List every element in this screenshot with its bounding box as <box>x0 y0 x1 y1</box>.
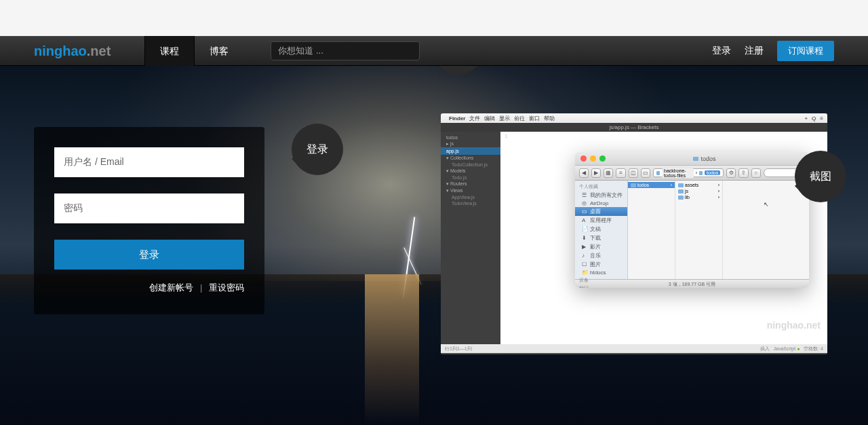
downloads-icon: ⬇ <box>582 235 588 241</box>
menubar-search-icon: Q <box>812 115 816 122</box>
reset-password-link[interactable]: 重设密码 <box>209 282 244 293</box>
apps-icon: A <box>582 217 588 223</box>
search-input[interactable]: 你想知道 ... <box>271 41 420 60</box>
folder-icon <box>699 171 703 175</box>
nav-courses[interactable]: 课程 <box>144 36 195 66</box>
movies-icon: ▶ <box>582 244 588 250</box>
nav-items: 课程 博客 <box>144 36 243 66</box>
fs-tag-head: 标记 <box>575 284 627 288</box>
nav-login[interactable]: 登录 <box>712 45 731 57</box>
bs-g2-head: ▾ Routers <box>441 181 500 187</box>
brackets-status: 行1列1—1列 插入 JavaScript ● 空格数: 4 <box>441 344 827 353</box>
folder-icon <box>678 189 684 193</box>
nav-blog[interactable]: 博客 <box>195 36 243 66</box>
menu-finder: Finder <box>449 115 465 122</box>
bs-g3-head: ▾ Views <box>441 187 500 194</box>
bs-g1-item0: Todo.js <box>441 174 500 181</box>
menu-view: 显示 <box>499 115 510 122</box>
airdrop-icon: ◎ <box>582 200 588 206</box>
brackets-title: js/app.js — Brackets <box>441 123 827 132</box>
fs-item4: 📄文稿 <box>575 225 627 234</box>
traffic-lights <box>580 155 606 162</box>
finder-body: 个人收藏 ☰我的所有文件 ◎AirDrop ▭桌面 A应用程序 📄文稿 ⬇下载 … <box>575 181 809 279</box>
allfiles-icon: ☰ <box>582 192 588 198</box>
action-button: ⚙ <box>726 168 736 178</box>
fwd-button: ▶ <box>591 168 601 178</box>
chevron-right-icon: › <box>671 183 672 187</box>
password-field[interactable]: 密码 <box>54 193 244 223</box>
fs-item9: 📁htdocs <box>575 269 627 276</box>
finder-columns: todos› assets› js› lib› ↖ <box>628 181 809 279</box>
folder-icon <box>656 171 660 175</box>
folder-icon <box>631 183 636 187</box>
zoom-icon <box>599 155 606 162</box>
logo[interactable]: ninghao.net <box>34 43 111 59</box>
finder-window: todos ◀ ▶ ▦ ≡ ◫ ▭ backbone- <box>575 152 809 288</box>
create-account-link[interactable]: 创建新帐号 <box>149 282 193 293</box>
menu-window: 窗口 <box>529 115 540 122</box>
navbar: ninghao.net 课程 博客 你想知道 ... 登录 注册 订阅课程 <box>0 36 868 66</box>
back-button: ◀ <box>579 168 589 178</box>
brackets-body: todos ▸ js app.js ▾ Collections TodoColl… <box>441 132 827 344</box>
minimize-icon <box>590 155 596 162</box>
bs-g0-item0: TodoCollection.js <box>441 162 500 168</box>
desktop-icon: ▭ <box>582 208 588 215</box>
bs-active-file: app.js <box>441 147 500 155</box>
username-field[interactable]: 用户名 / Email <box>54 147 244 177</box>
fs-item3: A应用程序 <box>575 216 627 225</box>
col2-item2: lib› <box>675 194 722 200</box>
fs-item5: ⬇下载 <box>575 234 627 242</box>
view-col-button: ◫ <box>629 168 638 178</box>
chevron-right-icon: › <box>718 195 719 200</box>
finder-col1: todos› <box>628 181 675 279</box>
fs-fav-head: 个人收藏 <box>575 183 627 191</box>
login-button[interactable]: 登录 <box>54 240 244 270</box>
logo-part1: ninghao <box>34 43 87 58</box>
nav-right: 登录 注册 订阅课程 <box>712 41 834 61</box>
bubble-screenshot: 截图 <box>795 151 846 202</box>
menu-help: 帮助 <box>544 115 555 122</box>
chevron-right-icon: › <box>718 183 719 187</box>
bs-g1-head: ▾ Models <box>441 168 500 174</box>
sun-reflection <box>365 274 419 425</box>
menu-edit: 编辑 <box>484 115 495 122</box>
folder-icon <box>693 157 698 161</box>
link-separator: | <box>200 282 202 293</box>
menubar-plus-icon: + <box>804 115 808 122</box>
fs-item6: ▶影片 <box>575 242 627 251</box>
check-icon: ● <box>797 346 800 351</box>
form-links: 创建新帐号 | 重设密码 <box>54 282 244 294</box>
menubar-list-icon: ≡ <box>820 115 823 122</box>
mac-menubar: Finder 文件 编辑 显示 前往 窗口 帮助 + Q ≡ <box>441 113 827 123</box>
fs-item1: ◎AirDrop <box>575 200 627 207</box>
hero: 搜索 登录 截图 用户名 / Email 密码 登录 创建新帐号 | 重设密码 … <box>0 66 868 425</box>
close-icon <box>580 155 587 162</box>
music-icon: ♪ <box>582 253 588 259</box>
path-seg0: backbone-todos-files <box>662 168 694 178</box>
cursor-icon: ↖ <box>764 201 769 208</box>
fs-item8: ☐图片 <box>575 260 627 269</box>
screenshot-panel: Finder 文件 编辑 显示 前往 窗口 帮助 + Q ≡ js/app.js… <box>441 113 827 354</box>
fs-item2: ▭桌面 <box>575 207 627 216</box>
watermark-logo: ninghao.net <box>767 320 821 331</box>
fs-item0: ☰我的所有文件 <box>575 191 627 200</box>
bs-g0-head: ▾ Collections <box>441 155 500 162</box>
chevron-right-icon: › <box>696 170 697 175</box>
tag-button: ○ <box>751 168 761 178</box>
brackets-sidebar: todos ▸ js app.js ▾ Collections TodoColl… <box>441 132 500 344</box>
status-right: 插入 JavaScript ● 空格数: 4 <box>760 346 823 352</box>
view-list-button: ≡ <box>616 168 625 178</box>
bubble-login: 登录 <box>292 124 343 175</box>
menu-file: 文件 <box>469 115 480 122</box>
login-form: 用户名 / Email 密码 登录 创建新帐号 | 重设密码 <box>34 127 264 314</box>
bs-g3-item1: TodoView.js <box>441 200 500 206</box>
nav-register[interactable]: 注册 <box>745 45 764 57</box>
view-icon-button: ▦ <box>604 168 613 178</box>
pictures-icon: ☐ <box>582 261 588 267</box>
bs-g3-item0: AppView.js <box>441 194 500 200</box>
folder-icon <box>678 196 684 200</box>
subscribe-button[interactable]: 订阅课程 <box>777 41 834 61</box>
col2-item1: js› <box>675 188 722 194</box>
path-bar: backbone-todos-files › todos <box>653 168 724 177</box>
logo-part2: .net <box>87 43 111 58</box>
